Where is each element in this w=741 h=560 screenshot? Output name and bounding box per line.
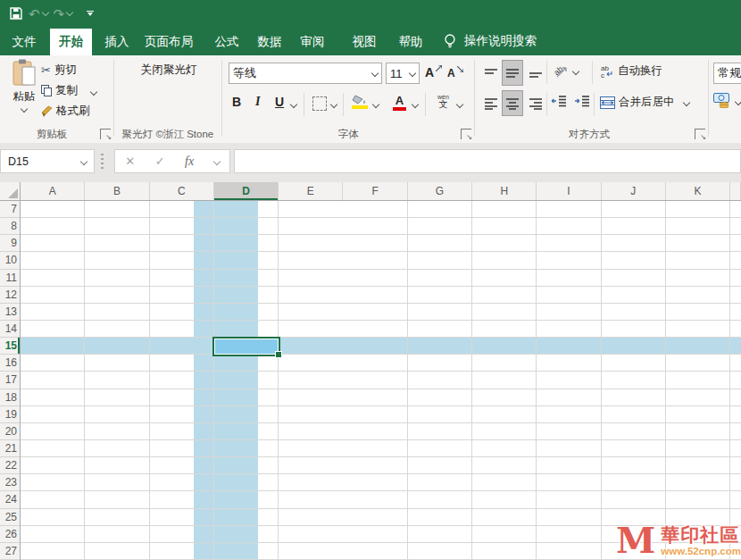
row-header-9[interactable]: 9 xyxy=(0,235,20,252)
font-color-dropdown-icon[interactable] xyxy=(412,101,419,108)
col-header-partial[interactable] xyxy=(730,182,741,200)
col-header-C[interactable]: C xyxy=(150,182,214,200)
row-header-23[interactable]: 23 xyxy=(0,474,20,491)
close-spotlight-button[interactable]: 关闭聚光灯 xyxy=(130,63,207,78)
row-header-15[interactable]: 15 xyxy=(0,338,20,355)
row-header-14[interactable]: 14 xyxy=(0,321,20,338)
italic-button[interactable]: I xyxy=(255,95,260,109)
row-header-26[interactable]: 26 xyxy=(0,526,20,543)
name-box-dropdown-icon[interactable] xyxy=(80,157,87,164)
accounting-dropdown-icon[interactable] xyxy=(735,98,741,105)
number-format-combo[interactable]: 常规 xyxy=(713,63,741,84)
shrink-font-button[interactable]: A xyxy=(447,67,463,79)
tab-insert[interactable]: 插入 xyxy=(98,29,136,55)
paste-dropdown-icon[interactable] xyxy=(21,105,28,113)
font-name-combo[interactable]: 等线 xyxy=(229,63,382,84)
col-header-K[interactable]: K xyxy=(666,182,730,200)
col-header-H[interactable]: H xyxy=(472,182,537,200)
merge-center-button[interactable]: 合并后居中 xyxy=(600,95,675,110)
fill-color-button[interactable] xyxy=(352,95,368,109)
col-header-I[interactable]: I xyxy=(537,182,601,200)
undo-icon[interactable]: ↶ xyxy=(29,7,48,21)
row-header-21[interactable]: 21 xyxy=(0,440,20,457)
redo-icon[interactable]: ↷ xyxy=(54,7,73,21)
row-header-20[interactable]: 20 xyxy=(0,423,20,440)
phonetic-dropdown-icon[interactable] xyxy=(456,101,463,108)
tab-help[interactable]: 帮助 xyxy=(389,29,432,55)
select-all-corner[interactable] xyxy=(0,182,21,201)
tab-data[interactable]: 数据 xyxy=(248,29,291,55)
middle-align-button[interactable] xyxy=(502,60,523,86)
tab-formulas[interactable]: 公式 xyxy=(205,29,248,55)
underline-button[interactable]: U xyxy=(275,95,284,109)
font-dialog-launcher-icon[interactable]: ↘ xyxy=(461,129,471,139)
insert-function-icon[interactable]: fx xyxy=(185,155,194,169)
cells-area[interactable] xyxy=(21,201,741,560)
active-cell-D15[interactable] xyxy=(212,337,279,356)
row-header-25[interactable]: 25 xyxy=(0,509,20,526)
row-header-16[interactable]: 16 xyxy=(0,355,20,372)
grow-font-button[interactable]: A xyxy=(425,65,442,79)
font-size-combo[interactable]: 11 xyxy=(386,63,420,84)
align-right-button[interactable] xyxy=(525,92,546,115)
increase-indent-button[interactable] xyxy=(574,96,590,107)
fill-color-dropdown-icon[interactable] xyxy=(372,101,379,108)
col-header-G[interactable]: G xyxy=(408,182,472,200)
row-header-17[interactable]: 17 xyxy=(0,372,20,389)
underline-dropdown-icon[interactable] xyxy=(290,101,297,108)
formula-bar-dropdown-icon[interactable] xyxy=(212,157,220,164)
copy-button[interactable]: 复制 xyxy=(41,83,78,98)
save-icon[interactable] xyxy=(9,6,23,21)
col-header-A[interactable]: A xyxy=(21,182,85,200)
decrease-indent-button[interactable] xyxy=(551,96,567,107)
clipboard-dialog-launcher-icon[interactable]: ↘ xyxy=(100,129,111,139)
cut-button[interactable]: ✂ 剪切 xyxy=(41,63,77,78)
orientation-button[interactable]: ab xyxy=(554,63,570,79)
row-header-10[interactable]: 10 xyxy=(0,252,20,269)
formula-input[interactable] xyxy=(234,149,741,173)
orientation-dropdown-icon[interactable] xyxy=(572,68,579,75)
align-left-button[interactable] xyxy=(480,92,502,115)
wrap-text-button[interactable]: ab c 自动换行 xyxy=(600,63,662,79)
row-header-27[interactable]: 27 xyxy=(0,543,20,560)
row-header-19[interactable]: 19 xyxy=(0,406,20,423)
name-box[interactable]: D15 xyxy=(0,149,95,173)
phonetic-guide-button[interactable]: wén 文 xyxy=(437,94,449,109)
formula-bar-drag-handle[interactable] xyxy=(101,154,104,169)
alignment-dialog-launcher-icon[interactable]: ↘ xyxy=(695,129,705,139)
row-header-24[interactable]: 24 xyxy=(0,491,20,508)
borders-dropdown-icon[interactable] xyxy=(330,101,337,108)
font-color-button[interactable]: A xyxy=(393,95,406,111)
fill-handle[interactable] xyxy=(275,351,282,358)
tab-view[interactable]: 视图 xyxy=(343,29,386,55)
font-name-dropdown-icon[interactable] xyxy=(371,70,379,77)
row-header-11[interactable]: 11 xyxy=(0,270,20,287)
copy-dropdown-icon[interactable] xyxy=(90,88,97,96)
row-header-7[interactable]: 7 xyxy=(0,201,20,218)
col-header-E[interactable]: E xyxy=(279,182,343,200)
accounting-format-button[interactable] xyxy=(713,93,731,108)
row-header-22[interactable]: 22 xyxy=(0,457,20,474)
tab-page-layout[interactable]: 页面布局 xyxy=(139,29,198,55)
row-header-18[interactable]: 18 xyxy=(0,389,20,406)
row-header-12[interactable]: 12 xyxy=(0,287,20,304)
row-header-13[interactable]: 13 xyxy=(0,304,20,321)
col-header-D[interactable]: D xyxy=(214,182,279,200)
customize-qat-icon[interactable] xyxy=(87,11,94,16)
enter-icon[interactable]: ✓ xyxy=(155,155,165,168)
merge-center-dropdown-icon[interactable] xyxy=(683,99,690,106)
col-header-F[interactable]: F xyxy=(343,182,407,200)
col-header-B[interactable]: B xyxy=(85,182,149,200)
top-align-button[interactable] xyxy=(480,62,502,85)
center-button[interactable] xyxy=(502,90,523,116)
cancel-icon[interactable]: ✕ xyxy=(125,155,135,168)
tell-me-search[interactable]: 操作说明搜索 xyxy=(443,27,537,55)
tab-home[interactable]: 开始 xyxy=(50,29,92,55)
tab-file[interactable]: 文件 xyxy=(5,29,43,55)
tab-review[interactable]: 审阅 xyxy=(291,29,334,55)
paste-button[interactable]: 粘贴 xyxy=(11,59,37,112)
format-painter-button[interactable]: 格式刷 xyxy=(41,104,90,119)
borders-button[interactable] xyxy=(312,96,327,111)
bold-button[interactable]: B xyxy=(232,95,241,109)
row-header-8[interactable]: 8 xyxy=(0,218,20,235)
